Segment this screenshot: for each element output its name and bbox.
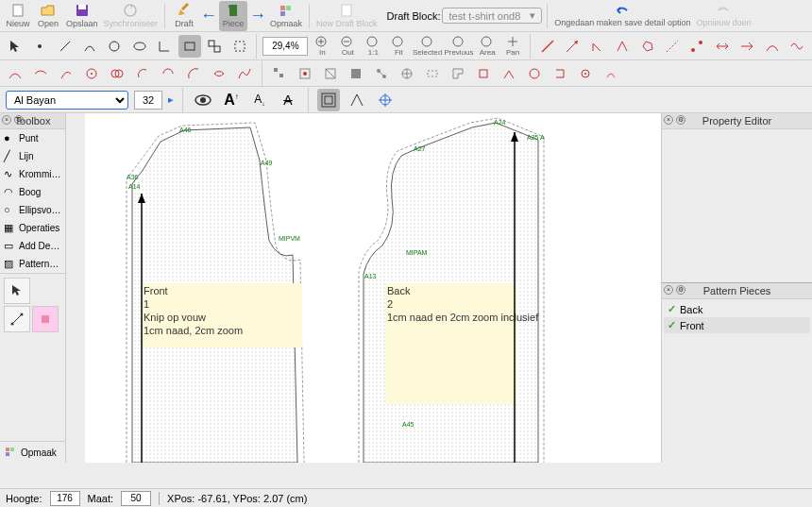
hoogte-input[interactable] bbox=[50, 491, 80, 506]
double-arrow-icon[interactable] bbox=[711, 35, 733, 58]
grid3-icon[interactable] bbox=[319, 62, 342, 85]
new-button[interactable]: Nieuw bbox=[4, 1, 32, 31]
zoom-area-icon[interactable]: Area bbox=[476, 35, 499, 57]
grid6-icon[interactable] bbox=[396, 62, 418, 85]
new-draft-block-button[interactable]: New Draft Block bbox=[314, 1, 380, 31]
t9-icon[interactable] bbox=[208, 62, 230, 85]
t8-icon[interactable] bbox=[182, 62, 205, 85]
next-arrow-icon[interactable]: → bbox=[249, 6, 266, 25]
zoom-11-icon[interactable]: 1:1 bbox=[362, 35, 384, 57]
strike-icon[interactable]: A bbox=[277, 89, 299, 111]
grid7-icon[interactable] bbox=[421, 62, 444, 85]
font-select[interactable]: Al Bayan bbox=[6, 91, 128, 110]
draft-block-select[interactable]: test t-shirt ond8▾ bbox=[442, 8, 542, 24]
sync-button[interactable]: Synchroniseer bbox=[102, 1, 161, 31]
gear-icon[interactable]: ⚙ bbox=[676, 285, 685, 295]
eye-icon[interactable] bbox=[192, 89, 214, 111]
curve-red-icon[interactable] bbox=[761, 35, 783, 58]
s-curve-icon[interactable] bbox=[787, 35, 808, 58]
zoom-selected-icon[interactable]: Selected bbox=[413, 35, 441, 57]
redo-button[interactable]: Opnieuw doen bbox=[694, 1, 753, 31]
path-tool-icon[interactable] bbox=[611, 35, 633, 58]
pan-icon[interactable]: Pan bbox=[501, 35, 524, 57]
prev-arrow-icon[interactable]: ← bbox=[200, 6, 217, 25]
point-tool-icon[interactable] bbox=[28, 35, 50, 58]
t3-icon[interactable] bbox=[55, 62, 77, 85]
point-tool2-icon[interactable] bbox=[686, 35, 708, 58]
opmaak-button[interactable]: Opmaak bbox=[268, 1, 304, 31]
piece-item-front[interactable]: ✓Front bbox=[664, 317, 810, 333]
circle-tool-icon[interactable] bbox=[104, 35, 126, 58]
zoom-previous-icon[interactable]: Previous bbox=[445, 35, 473, 57]
poly-tool-icon[interactable] bbox=[636, 35, 658, 58]
close-icon[interactable]: × bbox=[664, 115, 673, 125]
line-tool[interactable] bbox=[4, 306, 30, 332]
toolbox-item-details[interactable]: ▭Add Details bbox=[0, 237, 65, 255]
text-small-icon[interactable]: A↓ bbox=[248, 89, 271, 111]
group-tool-icon[interactable] bbox=[204, 35, 226, 58]
grid5-icon[interactable] bbox=[370, 62, 393, 85]
t6-icon[interactable] bbox=[131, 62, 154, 85]
t5-icon[interactable] bbox=[106, 62, 128, 85]
select-tool-icon[interactable] bbox=[228, 35, 250, 58]
target-icon[interactable] bbox=[374, 89, 397, 111]
grid11-icon[interactable] bbox=[523, 62, 546, 85]
dash-tool-icon[interactable] bbox=[661, 35, 683, 58]
maat-input[interactable] bbox=[121, 491, 151, 506]
ellipse-tool-icon[interactable] bbox=[128, 35, 150, 58]
cursor-tool-icon[interactable] bbox=[4, 35, 25, 58]
t7-icon[interactable] bbox=[157, 62, 179, 85]
arrow-tool-icon[interactable] bbox=[562, 35, 584, 58]
toolbox-item-punt[interactable]: ●Punt bbox=[0, 129, 65, 147]
open-button[interactable]: Open bbox=[34, 1, 62, 31]
toolbox-item-pattern[interactable]: ▨Pattern Pie... bbox=[0, 255, 65, 273]
grid14-icon[interactable] bbox=[600, 62, 622, 85]
angle-tool-icon[interactable] bbox=[154, 35, 176, 58]
grid8-icon[interactable] bbox=[447, 62, 469, 85]
curve-tool-icon[interactable] bbox=[78, 35, 100, 58]
font-size-spinner[interactable]: ▸ bbox=[168, 93, 174, 106]
piece-tool[interactable] bbox=[32, 306, 59, 332]
line-tool-icon[interactable] bbox=[54, 35, 76, 58]
toolbox-item-boog[interactable]: ◠Boog bbox=[0, 183, 65, 201]
zoom-in-icon[interactable]: In bbox=[311, 35, 333, 57]
t10-icon[interactable] bbox=[233, 62, 256, 85]
undo-button[interactable]: Ongedaan maken save detail option bbox=[552, 1, 692, 31]
piece-item-back[interactable]: ✓Back bbox=[664, 301, 810, 317]
opmaak-tab[interactable]: Opmaak bbox=[0, 441, 65, 463]
t2-icon[interactable] bbox=[29, 62, 52, 85]
line-red-icon[interactable] bbox=[536, 35, 558, 58]
toolbox-item-ops[interactable]: ▦Operaties bbox=[0, 219, 65, 237]
gear-icon[interactable]: ⚙ bbox=[676, 115, 685, 125]
back-piece[interactable]: Back 2 1cm naad en 2cm zoom inclusief A2… bbox=[359, 118, 545, 463]
toolbox-item-kromming[interactable]: ∿Kromming bbox=[0, 165, 65, 183]
zoom-out-icon[interactable]: Out bbox=[336, 35, 359, 57]
zoom-input[interactable] bbox=[262, 37, 308, 56]
cursor-tool[interactable] bbox=[4, 278, 30, 304]
grid1-icon[interactable] bbox=[268, 62, 291, 85]
close-icon[interactable]: × bbox=[2, 115, 11, 125]
save-button[interactable]: Opslaan bbox=[64, 1, 100, 31]
grid13-icon[interactable] bbox=[574, 62, 597, 85]
grid4-icon[interactable] bbox=[345, 62, 367, 85]
bound-icon[interactable] bbox=[317, 89, 340, 111]
font-size-input[interactable] bbox=[134, 91, 162, 110]
t1-icon[interactable] bbox=[4, 62, 26, 85]
angle-red-icon[interactable] bbox=[586, 35, 608, 58]
grid2-icon[interactable] bbox=[294, 62, 316, 85]
front-piece[interactable]: Front 1 Knip op vouw 1cm naad, 2cm zoom … bbox=[127, 123, 304, 463]
t4-icon[interactable] bbox=[80, 62, 103, 85]
piece-button[interactable]: Piece bbox=[219, 1, 247, 31]
right-arrow-icon[interactable] bbox=[736, 35, 758, 58]
canvas[interactable]: Front 1 Knip op vouw 1cm naad, 2cm zoom … bbox=[85, 113, 661, 463]
measure-icon[interactable] bbox=[346, 89, 368, 111]
rect-tool-icon[interactable] bbox=[178, 35, 200, 58]
close-icon[interactable]: × bbox=[664, 285, 673, 295]
toolbox-item-ellips[interactable]: ○Ellipsvormi... bbox=[0, 201, 65, 219]
gear-icon[interactable]: ⚙ bbox=[14, 115, 24, 125]
zoom-fit-icon[interactable]: Fit bbox=[387, 35, 410, 57]
text-large-icon[interactable]: A↑ bbox=[220, 89, 243, 111]
grid10-icon[interactable] bbox=[498, 62, 520, 85]
toolbox-item-lijn[interactable]: ╱Lijn bbox=[0, 147, 65, 165]
grid9-icon[interactable] bbox=[472, 62, 495, 85]
